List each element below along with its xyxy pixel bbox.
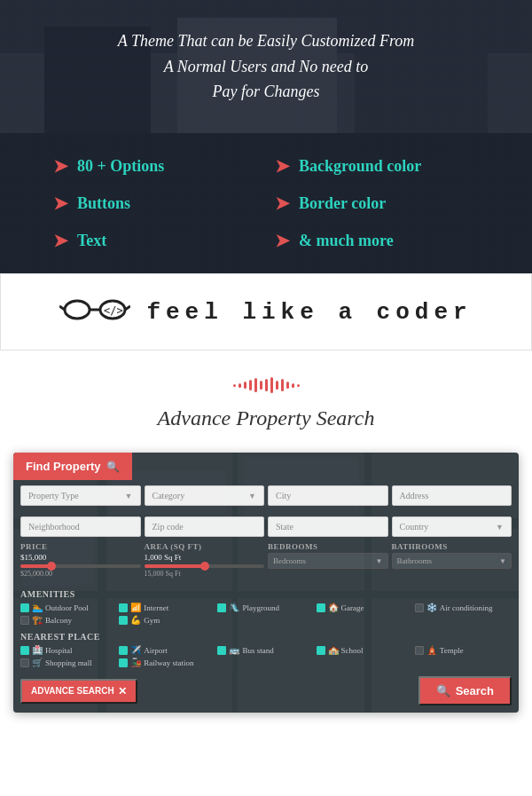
property-type-input[interactable]: Property Type ▼: [20, 485, 141, 506]
nearest-icon: 🚌: [229, 645, 239, 655]
price-slider-thumb[interactable]: [47, 562, 56, 571]
advance-title: Advance Property Search: [18, 406, 514, 430]
zip-code-label: Zip code: [153, 522, 184, 532]
city-label: City: [276, 491, 291, 500]
svg-text:</>: </>: [104, 304, 123, 317]
feature-border-color: ➤ Border color: [275, 193, 479, 214]
area-max-value: 15,000 Sq Ft: [145, 570, 265, 578]
nearest-checkbox[interactable]: [415, 646, 424, 655]
amenity-checkbox[interactable]: [415, 603, 424, 612]
list-item: 🏫 School: [317, 645, 413, 655]
bathrooms-select[interactable]: Bathrooms ▼: [392, 553, 512, 569]
bedrooms-select[interactable]: Bedrooms ▼: [268, 553, 388, 569]
wave-bar: [297, 384, 300, 387]
list-item: 🚂 Railway station: [119, 658, 215, 667]
amenity-checkbox[interactable]: [20, 603, 29, 612]
wave-bar: [249, 380, 252, 390]
amenity-checkbox[interactable]: [217, 603, 226, 612]
price-max-value: $25,000.00: [20, 570, 141, 578]
nearest-icon: 🛒: [32, 658, 43, 667]
nearest-icon: 🚂: [130, 658, 141, 667]
arrow-icon: ➤: [275, 155, 290, 177]
amenity-icon: 📶: [130, 603, 141, 612]
neighborhood-input[interactable]: Neighborhood: [20, 516, 141, 537]
advance-search-button[interactable]: ADVANCE SEARCH ✕: [20, 679, 137, 704]
address-input[interactable]: Address: [392, 485, 512, 506]
country-input[interactable]: Country ▼: [392, 516, 512, 537]
svg-line-4: [125, 306, 130, 310]
nearest-section: NEAREST PLACE 🏥 Hospital ✈️ Airport 🚌 Bu…: [13, 628, 519, 671]
amenity-label: Garage: [341, 603, 364, 612]
nearest-checkbox[interactable]: [119, 646, 128, 655]
bathrooms-label: BATHROOMS: [392, 542, 512, 551]
amenity-checkbox[interactable]: [119, 603, 128, 612]
list-item: 🏗️ Balcony: [20, 615, 117, 625]
nearest-icon: 🏥: [32, 645, 43, 655]
feature-options: ➤ 80 + Options: [53, 155, 257, 177]
nearest-label: Hospital: [45, 646, 73, 655]
svg-line-3: [59, 306, 65, 310]
form-row-1: Property Type ▼ Category ▼ City Address: [13, 480, 519, 511]
wave-bar: [260, 381, 262, 390]
wave-bar: [270, 377, 273, 393]
nearest-label: Railway station: [144, 658, 193, 667]
wave-bar: [281, 379, 284, 391]
amenity-label: Gym: [144, 616, 160, 625]
area-slider-fill: [145, 564, 205, 568]
nearest-section-title: NEAREST PLACE: [20, 632, 512, 642]
dropdown-arrow-icon: ▼: [125, 492, 133, 500]
category-input[interactable]: Category ▼: [145, 485, 265, 506]
price-slider-track[interactable]: [20, 564, 141, 568]
nearest-checkbox[interactable]: [20, 658, 29, 667]
amenity-checkbox[interactable]: [20, 616, 29, 625]
feature-label-border-color: Border color: [299, 194, 386, 213]
nearest-icon: 🛕: [426, 645, 437, 655]
feature-label-more: & much more: [299, 232, 394, 250]
amenities-grid: 🏊 Outdoor Pool 📶 Internet 🛝 Playground 🏠…: [20, 603, 512, 625]
area-slider-track[interactable]: [145, 564, 265, 568]
arrow-icon: ➤: [53, 230, 68, 251]
amenity-checkbox[interactable]: [317, 603, 325, 612]
list-item: 🛒 Shopping mall: [20, 658, 117, 667]
list-item: 🏥 Hospital: [20, 645, 117, 655]
arrow-icon: ➤: [53, 155, 68, 177]
arrow-icon: ➤: [53, 193, 68, 214]
nearest-checkbox[interactable]: [317, 646, 325, 655]
amenity-checkbox[interactable]: [119, 616, 128, 625]
nearest-checkbox[interactable]: [119, 658, 128, 667]
widget-footer: ADVANCE SEARCH ✕ 🔍 Search: [13, 671, 519, 713]
features-section: ➤ 80 + Options ➤ Background color ➤ Butt…: [0, 133, 532, 273]
property-type-label: Property Type: [28, 491, 79, 500]
find-property-button[interactable]: Find Property 🔍: [13, 453, 132, 480]
category-label: Category: [153, 491, 185, 500]
amenities-section-title: AMENITIES: [20, 589, 512, 599]
amenity-label: Playground: [242, 603, 279, 612]
city-input[interactable]: City: [268, 485, 388, 506]
feature-bg-color: ➤ Background color: [275, 155, 479, 177]
state-input[interactable]: State: [268, 516, 388, 537]
search-button[interactable]: 🔍 Search: [419, 676, 512, 705]
arrow-icon: ➤: [275, 193, 290, 214]
amenities-section: AMENITIES 🏊 Outdoor Pool 📶 Internet 🛝 Pl…: [13, 586, 519, 628]
bedrooms-placeholder: Bedrooms: [273, 556, 306, 565]
amenity-icon: ❄️: [426, 603, 437, 612]
advance-search-label: ADVANCE SEARCH: [31, 686, 114, 696]
price-slider-fill: [20, 564, 51, 568]
zip-code-input[interactable]: Zip code: [145, 516, 265, 537]
amenity-label: Outdoor Pool: [45, 603, 89, 612]
amenity-icon: 🏗️: [32, 615, 43, 625]
wave-bar: [265, 379, 268, 391]
amenity-icon: 💪: [130, 615, 141, 625]
nearest-grid: 🏥 Hospital ✈️ Airport 🚌 Bus stand 🏫 Scho…: [20, 645, 512, 667]
list-item: 🚌 Bus stand: [217, 645, 314, 655]
hero-text: A Theme That can be Easily Customized Fr…: [91, 20, 441, 114]
glasses-code-icon: </>: [59, 290, 130, 334]
search-icon: 🔍: [436, 684, 450, 697]
feature-label-bg-color: Background color: [299, 157, 421, 176]
nearest-checkbox[interactable]: [20, 646, 29, 655]
feature-buttons: ➤ Buttons: [53, 193, 257, 214]
feature-text: ➤ Text: [53, 230, 257, 251]
search-icon: 🔍: [106, 461, 120, 473]
arrow-icon: ➤: [275, 230, 290, 251]
nearest-checkbox[interactable]: [217, 646, 226, 655]
